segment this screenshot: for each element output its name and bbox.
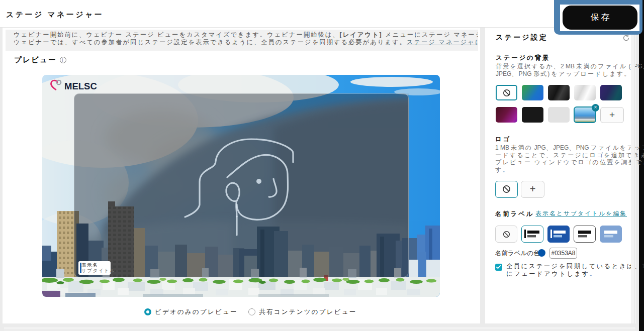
svg-text:MELSC: MELSC [64, 81, 97, 91]
